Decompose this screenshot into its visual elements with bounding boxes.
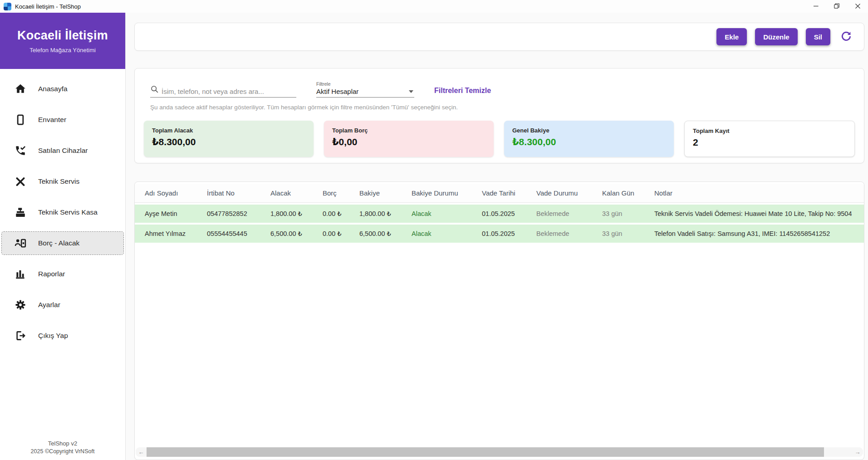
sidebar-item-teknik-servis[interactable]: Teknik Servis — [1, 170, 124, 193]
filter-select-label: Filtrele — [316, 81, 414, 87]
card-toplam-kayit: Toplam Kayıt 2 — [684, 121, 855, 157]
sidebar-item-label: Ayarlar — [38, 301, 60, 309]
cell-bakiye: 6,500.00 ₺ — [357, 225, 409, 243]
add-button[interactable]: Ekle — [716, 28, 747, 45]
minimize-button[interactable] — [805, 0, 826, 13]
cell-bakiye: 1,800.00 ₺ — [357, 205, 409, 223]
col-bakiye[interactable]: Bakiye — [357, 184, 409, 203]
cell-borc: 0.00 ₺ — [320, 205, 357, 223]
accounts-table-card: Adı Soyadı İrtibat No Alacak Borç Bakiye… — [134, 181, 864, 460]
home-icon — [15, 83, 26, 95]
scroll-left-button[interactable]: ← — [136, 447, 147, 457]
sidebar-item-satilan-cihazlar[interactable]: Satılan Cihazlar — [1, 139, 124, 162]
close-button[interactable] — [847, 0, 868, 13]
col-vade-tarihi[interactable]: Vade Tarihi — [479, 184, 534, 203]
col-vade-durumu[interactable]: Vade Durumu — [534, 184, 599, 203]
sidebar-item-envanter[interactable]: Envanter — [1, 108, 124, 132]
cash-register-icon — [15, 206, 26, 218]
scrollbar-track[interactable] — [824, 447, 852, 457]
gear-icon — [15, 299, 26, 311]
restore-button[interactable] — [826, 0, 847, 13]
cell-notlar: Teknik Servis Vadeli Ödemesi: Huawei Mat… — [652, 205, 864, 223]
refresh-icon — [840, 30, 852, 44]
clear-filters-link[interactable]: Filtreleri Temizle — [434, 87, 491, 98]
app-version: TelShop v2 — [0, 440, 125, 447]
scrollbar-thumb[interactable] — [147, 447, 824, 457]
cell-bakiye-durumu: Alacak — [409, 205, 479, 223]
cell-alacak: 1,800.00 ₺ — [268, 205, 320, 223]
sidebar-nav: Anasayfa Envanter Satılan Cihazlar Tekni… — [0, 77, 125, 355]
col-adi-soyadi[interactable]: Adı Soyadı — [135, 184, 204, 203]
logout-icon — [15, 330, 26, 342]
main-content: Ekle Düzenle Sil Filtrele Aktif Hesaplar… — [126, 13, 868, 460]
scroll-right-button[interactable]: → — [852, 447, 863, 457]
cell-kalan-gun: 33 gün — [599, 205, 652, 223]
sidebar-item-label: Borç - Alacak — [38, 239, 79, 247]
close-icon — [855, 2, 860, 10]
card-toplam-borc: Toplam Borç ₺0,00 — [324, 121, 494, 157]
sidebar-item-label: Teknik Servis — [38, 177, 79, 186]
sidebar-item-label: Anasayfa — [38, 85, 68, 93]
filter-info-text: Şu anda sadece aktif hesaplar gösteriliy… — [150, 104, 855, 111]
sidebar-item-ayarlar[interactable]: Ayarlar — [1, 293, 124, 317]
col-notlar[interactable]: Notlar — [652, 184, 864, 203]
cell-alacak: 6,500.00 ₺ — [268, 225, 320, 243]
card-value: ₺0,00 — [332, 137, 485, 147]
sidebar-item-label: Raporlar — [38, 270, 65, 278]
col-kalan-gun[interactable]: Kalan Gün — [599, 184, 652, 203]
brand-title: Kocaeli İletişim — [17, 29, 108, 43]
search-box — [150, 85, 296, 98]
cell-bakiye-durumu: Alacak — [409, 225, 479, 243]
cell-notlar: Telefon Vadeli Satışı: Samsung A31, IMEI… — [652, 225, 864, 243]
debt-credit-icon — [15, 237, 26, 249]
sidebar-item-raporlar[interactable]: Raporlar — [1, 262, 124, 286]
card-value: 2 — [693, 137, 846, 148]
app-icon — [4, 3, 11, 10]
filter-panel: Filtrele Aktif Hesaplar Filtreleri Temiz… — [134, 68, 864, 163]
cell-vade-durumu: Beklemede — [534, 205, 599, 223]
sidebar-item-cikis-yap[interactable]: Çıkış Yap — [1, 324, 124, 347]
cell-borc: 0.00 ₺ — [320, 225, 357, 243]
cell-name: Ayşe Metin — [135, 205, 204, 223]
col-irtibat-no[interactable]: İrtibat No — [204, 184, 268, 203]
edit-button[interactable]: Düzenle — [755, 28, 798, 45]
smartphone-icon — [15, 114, 26, 126]
sidebar: Kocaeli İletişim Telefon Mağaza Yönetimi… — [0, 13, 126, 460]
brand-subtitle: Telefon Mağaza Yönetimi — [29, 47, 96, 54]
cell-vade-tarihi: 01.05.2025 — [479, 205, 534, 223]
delete-button[interactable]: Sil — [806, 28, 830, 45]
sidebar-item-teknik-servis-kasa[interactable]: Teknik Servis Kasa — [1, 201, 124, 224]
card-label: Toplam Alacak — [152, 127, 305, 134]
table-row[interactable]: Ayşe Metin 05477852852 1,800.00 ₺ 0.00 ₺… — [135, 205, 864, 223]
bar-chart-icon — [15, 268, 26, 280]
cell-kalan-gun: 33 gün — [599, 225, 652, 243]
accounts-table: Adı Soyadı İrtibat No Alacak Borç Bakiye… — [135, 182, 864, 245]
cell-vade-tarihi: 01.05.2025 — [479, 225, 534, 243]
sidebar-item-anasayfa[interactable]: Anasayfa — [1, 77, 124, 101]
col-bakiye-durumu[interactable]: Bakiye Durumu — [409, 184, 479, 203]
search-input[interactable] — [162, 88, 296, 95]
summary-cards: Toplam Alacak ₺8.300,00 Toplam Borç ₺0,0… — [144, 121, 855, 157]
filter-select[interactable]: Filtrele Aktif Hesaplar — [316, 81, 414, 98]
tools-icon — [15, 176, 26, 187]
cell-vade-durumu: Beklemede — [534, 225, 599, 243]
sidebar-footer: TelShop v2 2025 ©Copyright VrNSoft — [0, 440, 125, 455]
sidebar-item-label: Teknik Servis Kasa — [38, 208, 98, 216]
copyright: 2025 ©Copyright VrNSoft — [0, 448, 125, 455]
sidebar-item-borc-alacak[interactable]: Borç - Alacak — [1, 231, 124, 255]
table-row[interactable]: Ahmet Yılmaz 05554455445 6,500.00 ₺ 0.00… — [135, 225, 864, 243]
sidebar-item-label: Çıkış Yap — [38, 332, 68, 340]
phone-sold-icon — [15, 145, 26, 157]
refresh-button[interactable] — [840, 30, 854, 44]
search-icon — [150, 85, 159, 95]
card-value: ₺8.300,00 — [152, 137, 305, 147]
card-label: Toplam Borç — [332, 127, 485, 134]
col-alacak[interactable]: Alacak — [268, 184, 320, 203]
cell-name: Ahmet Yılmaz — [135, 225, 204, 243]
window-title: Kocaeli İletişim - TelShop — [15, 3, 81, 10]
card-value: ₺8.300,00 — [512, 137, 666, 147]
col-borc[interactable]: Borç — [320, 184, 357, 203]
card-toplam-alacak: Toplam Alacak ₺8.300,00 — [144, 121, 314, 157]
table-header-row: Adı Soyadı İrtibat No Alacak Borç Bakiye… — [135, 184, 864, 203]
horizontal-scrollbar: ← → — [136, 447, 863, 457]
